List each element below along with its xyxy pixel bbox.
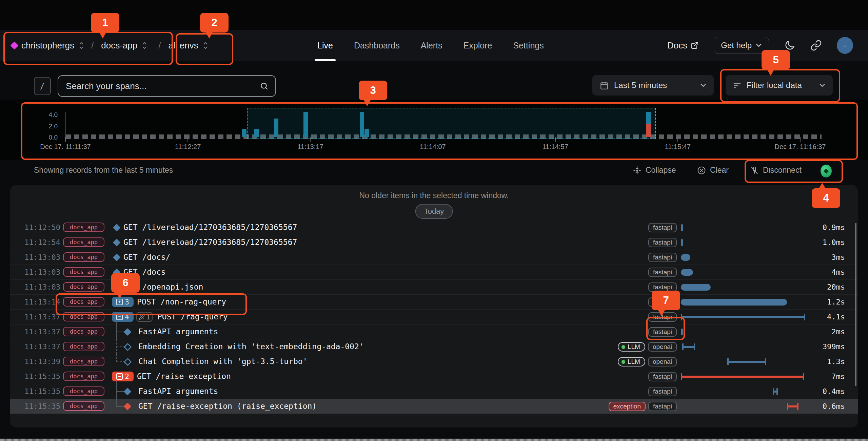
- time-range-button[interactable]: Last 5 minutes: [592, 75, 714, 96]
- tab-explore[interactable]: Explore: [463, 30, 492, 61]
- scope-tag[interactable]: fastapi: [648, 387, 677, 396]
- chevron-updown-icon[interactable]: [203, 42, 208, 49]
- span-duration: 0.4ms: [823, 387, 845, 396]
- vertical-scrollbar[interactable]: [855, 223, 856, 386]
- service-badge[interactable]: docs_app: [63, 223, 104, 232]
- table-row[interactable]: 11:12:50docs_appGET /livereload/12703636…: [10, 220, 858, 235]
- service-badge[interactable]: docs_app: [63, 386, 104, 396]
- span-name: GET /livereload/1270363685/1270365567: [123, 238, 297, 247]
- disconnect-button[interactable]: Disconnect: [750, 166, 802, 175]
- connection-status-indicator[interactable]: [821, 165, 832, 177]
- project-select[interactable]: docs-app: [101, 40, 137, 51]
- table-row[interactable]: 11:13:14docs_app+3POST /non-rag-queryfas…: [10, 295, 858, 310]
- table-row[interactable]: 11:12:54docs_appGET /livereload/12703636…: [10, 235, 858, 250]
- duration-bar-track: [681, 369, 807, 384]
- callout-tail-1: [99, 32, 106, 39]
- chart-bar: [242, 129, 246, 137]
- scope-tag[interactable]: fastapi: [648, 327, 677, 337]
- clear-button[interactable]: Clear: [697, 166, 729, 175]
- chevron-down-icon: [756, 43, 762, 47]
- scope-tag[interactable]: fastapi: [648, 253, 677, 262]
- y-axis-line: [65, 112, 66, 138]
- docs-link[interactable]: Docs: [667, 40, 699, 51]
- duration-bar: [681, 269, 693, 276]
- duration-bar-track: [681, 384, 807, 399]
- ibeam-cap-right: [694, 343, 695, 350]
- table-row[interactable]: 11:15:35docs_appGET /raise-exception (ra…: [10, 399, 858, 414]
- service-badge[interactable]: docs_app: [63, 312, 104, 321]
- service-badge[interactable]: docs_app: [63, 282, 104, 292]
- tag-label: fastapi: [653, 224, 672, 231]
- table-row[interactable]: 11:13:39docs_appChat Completion with 'gp…: [10, 354, 858, 369]
- ibeam-cap-right: [765, 358, 766, 365]
- span-name: POST /rag-query: [157, 312, 228, 321]
- duration-bar: [681, 284, 711, 291]
- table-row[interactable]: 11:15:35docs_appFastAPI argumentsfastapi…: [10, 384, 858, 399]
- chevron-updown-icon[interactable]: [142, 42, 147, 49]
- table-row[interactable]: 11:13:37docs_appFastAPI argumentsfastapi…: [10, 324, 858, 339]
- table-row[interactable]: 11:13:03docs_appGET /docs/fastapi3ms: [10, 250, 858, 265]
- time-selection-region[interactable]: [247, 108, 656, 139]
- chart-bar: [646, 124, 651, 137]
- tab-alerts[interactable]: Alerts: [421, 30, 442, 61]
- llm-tag[interactable]: LLM: [618, 357, 645, 366]
- env-select[interactable]: all envs: [169, 40, 198, 51]
- tag-label: fastapi: [653, 328, 672, 336]
- chevron-updown-icon[interactable]: [79, 42, 84, 49]
- get-help-button[interactable]: Get help: [714, 37, 769, 54]
- org-select[interactable]: christophergs: [21, 40, 74, 51]
- table-row[interactable]: 11:13:37docs_app−41POST /rag-queryfastap…: [10, 310, 858, 324]
- service-badge[interactable]: docs_app: [63, 297, 104, 307]
- service-badge[interactable]: docs_app: [63, 357, 104, 366]
- scope-tag[interactable]: openai: [648, 357, 677, 366]
- scope-tag[interactable]: fastapi: [648, 372, 677, 381]
- service-badge[interactable]: docs_app: [63, 401, 104, 411]
- span-duration: 0.6ms: [823, 402, 845, 411]
- service-badge[interactable]: docs_app: [63, 237, 104, 247]
- tree-connector-stub: [116, 322, 117, 324]
- table-row[interactable]: 11:13:37docs_appEmbedding Creation with …: [10, 339, 858, 354]
- slash-shortcut-hint: /: [34, 77, 51, 95]
- service-badge[interactable]: docs_app: [63, 372, 104, 381]
- tab-dashboards[interactable]: Dashboards: [354, 30, 400, 61]
- span-name: GET /raise-exception (raise_exception): [138, 402, 317, 411]
- scope-tag[interactable]: fastapi: [648, 223, 677, 232]
- service-badge[interactable]: docs_app: [63, 252, 104, 262]
- exception-tag[interactable]: exception: [609, 402, 646, 411]
- scope-tag[interactable]: fastapi: [648, 238, 677, 247]
- scope-tag[interactable]: fastapi: [648, 402, 677, 411]
- scope-tag[interactable]: fastapi: [648, 268, 677, 277]
- span-tags: LLMopenai: [618, 357, 677, 367]
- tab-settings[interactable]: Settings: [513, 30, 544, 61]
- timeline-chart[interactable]: 4.02.00.0Dec 17. 11:11:3711:12:2711:13:1…: [21, 102, 855, 157]
- collapse-button[interactable]: Collapse: [633, 166, 676, 175]
- span-duration: 4.1s: [827, 313, 845, 321]
- search-input[interactable]: [58, 81, 260, 91]
- duration-bar: [681, 254, 690, 261]
- link-icon[interactable]: [810, 40, 822, 51]
- scrubbed-badge[interactable]: 1: [136, 312, 153, 322]
- child-count-badge[interactable]: −4: [112, 312, 134, 322]
- filter-local-data-button[interactable]: Filter local data: [726, 75, 833, 96]
- ibeam-cap-left: [787, 403, 788, 410]
- span-timestamp: 11:15:35: [24, 372, 60, 381]
- moon-icon[interactable]: [784, 40, 795, 51]
- scope-tag[interactable]: openai: [648, 342, 677, 352]
- llm-tag[interactable]: LLM: [618, 342, 645, 352]
- child-count-badge[interactable]: −2: [112, 372, 134, 381]
- span-name: GET /raise-exception: [137, 372, 231, 381]
- x-tick-label: 11:13:17: [297, 143, 323, 151]
- span-name: GET /docs/: [123, 253, 170, 261]
- today-pill[interactable]: Today: [415, 204, 453, 219]
- x-tick-mark: [677, 137, 678, 142]
- service-badge[interactable]: docs_app: [63, 267, 104, 277]
- table-row[interactable]: 11:15:35docs_app−2GET /raise-exceptionfa…: [10, 369, 858, 384]
- callout-tail-3: [363, 100, 371, 106]
- ibeam-cap-right: [797, 403, 798, 410]
- duration-ibeam-bar: [773, 388, 778, 395]
- diamond-pulse-icon: [824, 168, 829, 174]
- service-badge[interactable]: docs_app: [63, 327, 104, 336]
- service-badge[interactable]: docs_app: [63, 342, 104, 351]
- tab-live[interactable]: Live: [317, 30, 333, 61]
- avatar[interactable]: -: [837, 37, 853, 54]
